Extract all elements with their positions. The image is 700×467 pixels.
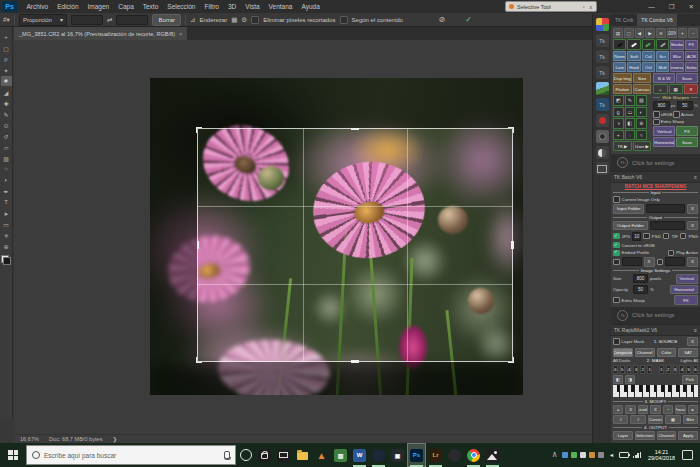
output-folder-button[interactable]: Output Folder bbox=[613, 221, 648, 231]
darks-zone-3[interactable]: 3 bbox=[633, 365, 638, 374]
lights-zone-1[interactable]: 1 bbox=[659, 365, 664, 374]
microphone-icon[interactable] bbox=[224, 451, 230, 459]
black-brush-icon[interactable] bbox=[613, 39, 626, 50]
burn-icon[interactable]: ◑ bbox=[613, 118, 624, 129]
crop-tool[interactable]: # bbox=[1, 76, 12, 86]
tif-checkbox[interactable] bbox=[663, 233, 670, 240]
close-button[interactable]: ✕ bbox=[689, 0, 694, 13]
blend-mult-button[interactable]: Mult bbox=[656, 62, 669, 72]
dodge-tool[interactable]: ◐ bbox=[1, 175, 12, 185]
tk-panel-icon-2[interactable]: Tk bbox=[596, 66, 609, 79]
new-doc-icon[interactable]: ▢ bbox=[624, 28, 634, 38]
white-brush-icon[interactable] bbox=[627, 39, 640, 50]
canvas-button[interactable]: Canvas bbox=[633, 84, 652, 94]
delete-icon[interactable]: ✕ bbox=[684, 84, 698, 94]
fill-icon[interactable]: ◧ bbox=[625, 118, 636, 129]
type-tool[interactable]: T bbox=[1, 197, 12, 207]
darks-zone-4[interactable]: 4 bbox=[627, 365, 632, 374]
blur-button[interactable]: Blur bbox=[670, 51, 683, 61]
modify-blur-button[interactable]: Blur bbox=[683, 415, 698, 424]
dodge-icon[interactable]: ◐ bbox=[636, 107, 647, 118]
tray-icon-3[interactable] bbox=[580, 452, 586, 458]
dup-img-button[interactable]: Dup Img bbox=[613, 73, 632, 83]
clear-button[interactable]: Borrar bbox=[152, 14, 181, 26]
gradient-icon[interactable]: ▨ bbox=[636, 95, 647, 106]
menu-ayuda[interactable]: Ayuda bbox=[297, 0, 324, 13]
prev-icon[interactable]: ◀ bbox=[635, 28, 645, 38]
flower-photo[interactable] bbox=[150, 78, 523, 395]
blend-lum-button[interactable]: Lum bbox=[613, 62, 626, 72]
photoshop-icon[interactable]: Ps bbox=[407, 443, 426, 467]
output-apply-button[interactable]: Apply bbox=[678, 431, 698, 440]
folder-open-icon[interactable]: ▤ bbox=[613, 28, 623, 38]
camera-icon[interactable] bbox=[596, 130, 609, 143]
tk-settings-bar[interactable]: Tk Click for settings bbox=[611, 154, 700, 171]
overlay-options-icon[interactable]: ▦ bbox=[231, 16, 237, 24]
web-sharpen-size-field[interactable]: 800 bbox=[653, 101, 670, 110]
rapidmask-tab-sat[interactable]: SAT bbox=[678, 348, 698, 358]
darks-zone-5[interactable]: 5 bbox=[620, 365, 625, 374]
battery-icon[interactable] bbox=[619, 452, 629, 459]
aspect-ratio-select[interactable]: Proporción▾ bbox=[19, 14, 67, 26]
hand-tool[interactable]: ✳ bbox=[1, 230, 12, 240]
luminosity-keyboard[interactable] bbox=[613, 385, 698, 397]
gray-brush-icon[interactable] bbox=[656, 39, 669, 50]
rapidmask-tab-channel[interactable]: Channel bbox=[635, 348, 655, 358]
zoom-in-icon[interactable]: + bbox=[678, 28, 688, 38]
delete-cropped-pixels-checkbox[interactable] bbox=[251, 16, 259, 24]
prefix-clear-button[interactable]: X bbox=[644, 257, 655, 267]
crop-handle-top-right[interactable] bbox=[508, 127, 514, 133]
crop-settings-gear-icon[interactable]: ⚙ bbox=[241, 16, 247, 24]
tray-icon-4[interactable] bbox=[589, 452, 595, 458]
modify-levels-button[interactable]: Levels bbox=[638, 405, 648, 414]
minimize-button[interactable]: — bbox=[648, 0, 655, 13]
crop-handle-top-left[interactable] bbox=[196, 127, 202, 133]
psd-checkbox[interactable] bbox=[643, 233, 650, 240]
horizontal-button[interactable]: Horizontal bbox=[670, 285, 698, 295]
lights-zone-2[interactable]: 2 bbox=[666, 365, 671, 374]
crop-handle-left[interactable] bbox=[197, 241, 200, 249]
vertical-button[interactable]: Vertical bbox=[676, 274, 698, 284]
suffix-clear-button[interactable]: X bbox=[687, 257, 698, 267]
convert-srgb-checkbox[interactable] bbox=[613, 242, 620, 249]
selective-tool-window[interactable]: Selective Tool ▫ x bbox=[505, 1, 597, 12]
lights-shortcut-button[interactable]: ◨ bbox=[625, 375, 635, 384]
menu-archivo[interactable]: Archivo bbox=[22, 0, 53, 13]
tray-icon-5[interactable] bbox=[598, 452, 604, 458]
adjustments-icon[interactable] bbox=[596, 146, 609, 159]
healing-brush-tool[interactable]: ✚ bbox=[1, 98, 12, 108]
modify-x-button[interactable]: ▦ bbox=[665, 415, 680, 424]
extra-sharp-checkbox[interactable] bbox=[613, 297, 620, 304]
restore-button[interactable]: ❐ bbox=[669, 0, 675, 13]
move-tool[interactable]: + bbox=[1, 32, 12, 42]
modify-x-button[interactable]: X bbox=[625, 405, 635, 414]
tk-panel-icon-1[interactable]: Tk bbox=[596, 34, 609, 47]
prefix-checkbox[interactable] bbox=[613, 259, 620, 266]
zoom-tool[interactable]: ⊕ bbox=[1, 241, 12, 251]
jpg-checkbox[interactable] bbox=[613, 233, 620, 240]
bw-button[interactable]: B & W bbox=[653, 73, 675, 83]
jpg-quality-field[interactable]: 10 bbox=[632, 232, 641, 241]
prefix-field[interactable] bbox=[622, 257, 642, 266]
menu-edición[interactable]: Edición bbox=[53, 0, 83, 13]
crop-handle-bottom[interactable] bbox=[351, 360, 359, 363]
start-button[interactable] bbox=[0, 443, 26, 467]
fx-button[interactable]: FX bbox=[674, 295, 698, 305]
clone-stamp-tool[interactable]: ⊙ bbox=[1, 120, 12, 130]
zoom-out-icon[interactable]: − bbox=[688, 28, 698, 38]
menu-filtro[interactable]: Filtro bbox=[200, 0, 223, 13]
stamp-icon[interactable]: ⊛ bbox=[636, 118, 647, 129]
tray-icon-2[interactable] bbox=[571, 452, 577, 458]
quick-selection-tool[interactable]: ✦ bbox=[1, 65, 12, 75]
tk-batch-panel-header[interactable]: TK Batch V6 ≡ bbox=[611, 171, 700, 183]
modify-x-button[interactable]: ◔ bbox=[663, 405, 673, 414]
crop-handle-top[interactable] bbox=[351, 128, 359, 131]
crop-handle-bottom-left[interactable] bbox=[196, 357, 202, 363]
menu-3d[interactable]: 3D bbox=[223, 0, 240, 13]
hidden-icons-chevron[interactable]: ᐱ bbox=[551, 452, 558, 459]
select-button[interactable]: ↓Select bbox=[685, 62, 698, 72]
size-button[interactable]: Size bbox=[633, 73, 652, 83]
save-button[interactable]: Save bbox=[676, 73, 698, 83]
tk-color-grid-icon[interactable] bbox=[596, 18, 609, 31]
firefox-icon[interactable] bbox=[445, 443, 464, 467]
